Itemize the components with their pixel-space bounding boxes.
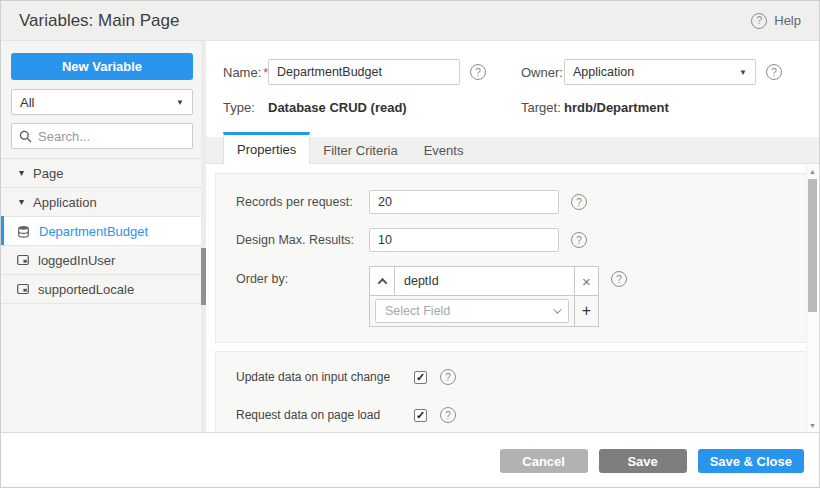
target-value: hrdb/Department	[564, 100, 669, 115]
tree-item-label: supportedLocale	[38, 282, 134, 297]
collapse-arrow-icon: ▾	[19, 197, 24, 207]
tab-events[interactable]: Events	[411, 137, 477, 163]
name-input[interactable]	[268, 59, 460, 85]
records-per-request-input[interactable]	[369, 190, 559, 214]
database-crud-variable-icon	[17, 225, 30, 238]
tree-item-supportedlocale[interactable]: supportedLocale	[1, 275, 206, 304]
tab-filter-criteria[interactable]: Filter Criteria	[310, 137, 410, 163]
move-up-button[interactable]	[370, 267, 395, 295]
chevron-up-icon	[377, 277, 387, 287]
add-field-button[interactable]: +	[574, 296, 598, 326]
dialog-footer: Cancel Save Save & Close	[1, 432, 819, 488]
dropdown-arrow-icon: ▼	[739, 68, 747, 77]
dropdown-arrow-icon: ▼	[176, 98, 184, 107]
order-by-add-row: Select Field +	[370, 295, 598, 326]
select-field-placeholder: Select Field	[385, 304, 450, 318]
help-label: Help	[774, 13, 801, 28]
design-max-results-label: Design Max. Results:	[236, 233, 369, 247]
behavior-panel: Update data on input change ✓ ? Request …	[215, 351, 807, 432]
owner-value: Application	[573, 65, 634, 79]
tree-group-page[interactable]: ▾ Page	[1, 159, 206, 188]
properties-tab-content: Records per request: ? Design Max. Resul…	[206, 164, 819, 432]
owner-help-icon[interactable]: ?	[766, 64, 782, 80]
dialog-header: Variables: Main Page ? Help	[1, 1, 819, 41]
request-on-page-load-label: Request data on page load	[236, 408, 414, 422]
variables-sidebar: New Variable All ▼ ▾ Page ▾ Ap	[1, 41, 206, 432]
content-scrollbar-track[interactable]: ▲ ▼	[806, 165, 817, 432]
variables-tree: ▾ Page ▾ Application DepartmentBudget	[1, 158, 206, 304]
collapse-arrow-icon: ▾	[19, 168, 24, 178]
variable-summary-form: Name:* ? Owner:* Application ▼ ? Type: D…	[206, 41, 819, 115]
help-button[interactable]: ? Help	[751, 13, 801, 29]
order-by-entry-row: deptId ×	[370, 267, 598, 295]
tree-item-departmentbudget[interactable]: DepartmentBudget	[1, 217, 206, 246]
data-settings-panel: Records per request: ? Design Max. Resul…	[215, 173, 807, 343]
scroll-down-icon[interactable]: ▼	[807, 422, 818, 429]
request-on-page-load-checkbox[interactable]: ✓	[414, 409, 427, 422]
type-label: Type:	[223, 100, 268, 115]
update-on-input-change-label: Update data on input change	[236, 370, 414, 384]
chevron-down-icon	[553, 305, 561, 313]
variables-dialog: Variables: Main Page ? Help New Variable…	[0, 0, 820, 488]
type-value: Database CRUD (read)	[268, 100, 521, 115]
design-max-results-input[interactable]	[369, 228, 559, 252]
update-on-input-change-checkbox[interactable]: ✓	[414, 371, 427, 384]
request-on-page-load-row: Request data on page load ✓ ?	[236, 407, 806, 423]
target-label: Target:	[521, 100, 564, 115]
content-scrollbar-thumb[interactable]	[808, 179, 817, 312]
records-per-request-help-icon[interactable]: ?	[571, 194, 587, 210]
scroll-up-icon[interactable]: ▲	[807, 168, 818, 175]
order-by-field-value[interactable]: deptId	[395, 267, 574, 295]
new-variable-button[interactable]: New Variable	[11, 53, 193, 80]
order-by-widget: deptId × Select Field +	[369, 266, 599, 327]
scope-filter-value: All	[20, 95, 34, 110]
save-and-close-button[interactable]: Save & Close	[698, 449, 804, 473]
tree-group-application[interactable]: ▾ Application	[1, 188, 206, 217]
static-variable-icon	[17, 254, 29, 266]
order-by-label: Order by:	[236, 266, 369, 286]
cancel-button[interactable]: Cancel	[500, 449, 588, 473]
owner-select[interactable]: Application ▼	[564, 59, 756, 85]
request-on-page-load-help-icon[interactable]: ?	[440, 407, 456, 423]
search-box	[11, 123, 193, 149]
name-help-icon[interactable]: ?	[470, 64, 486, 80]
tab-properties[interactable]: Properties	[223, 132, 310, 164]
save-button[interactable]: Save	[599, 449, 687, 473]
select-field-cell: Select Field	[370, 296, 574, 326]
search-icon	[19, 130, 32, 143]
update-on-input-change-help-icon[interactable]: ?	[440, 369, 456, 385]
tree-item-label: loggedInUser	[38, 253, 115, 268]
update-on-input-change-row: Update data on input change ✓ ?	[236, 369, 806, 385]
help-question-icon: ?	[751, 13, 767, 29]
search-input[interactable]	[38, 129, 185, 144]
tree-group-label: Application	[33, 195, 97, 210]
owner-label: Owner:*	[521, 65, 564, 80]
design-max-results-help-icon[interactable]: ?	[571, 232, 587, 248]
tree-group-label: Page	[33, 166, 63, 181]
name-label: Name:*	[223, 65, 268, 80]
select-field-dropdown[interactable]: Select Field	[375, 299, 569, 323]
remove-field-button[interactable]: ×	[574, 267, 598, 295]
order-by-help-icon[interactable]: ?	[611, 271, 627, 287]
variable-editor: Name:* ? Owner:* Application ▼ ? Type: D…	[206, 41, 819, 432]
static-variable-icon	[17, 283, 29, 295]
tree-item-loggedinuser[interactable]: loggedInUser	[1, 246, 206, 275]
tree-item-label: DepartmentBudget	[39, 224, 148, 239]
records-per-request-label: Records per request:	[236, 195, 369, 209]
editor-tabs: Properties Filter Criteria Events	[206, 137, 819, 164]
page-title: Variables: Main Page	[19, 11, 179, 31]
scope-filter-select[interactable]: All ▼	[11, 89, 193, 115]
